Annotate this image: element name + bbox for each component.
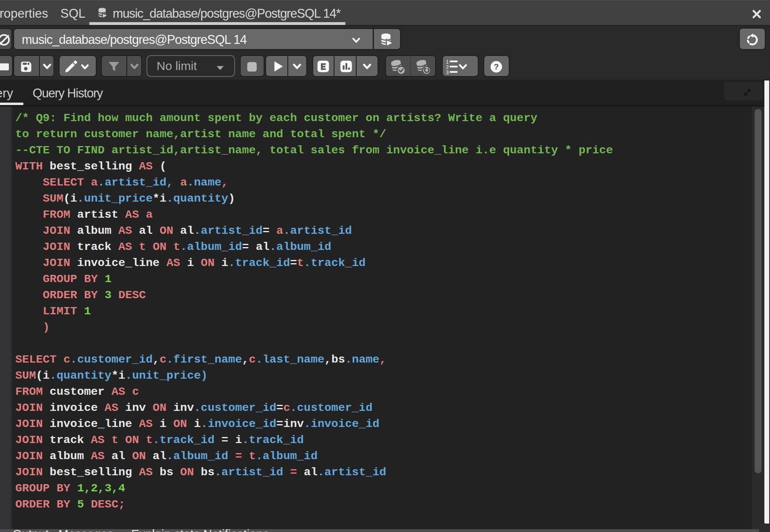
svg-text:1: 1	[446, 59, 449, 65]
svg-text:3: 3	[446, 70, 449, 75]
svg-text:2: 2	[446, 64, 449, 70]
svg-text:?: ?	[494, 62, 499, 71]
